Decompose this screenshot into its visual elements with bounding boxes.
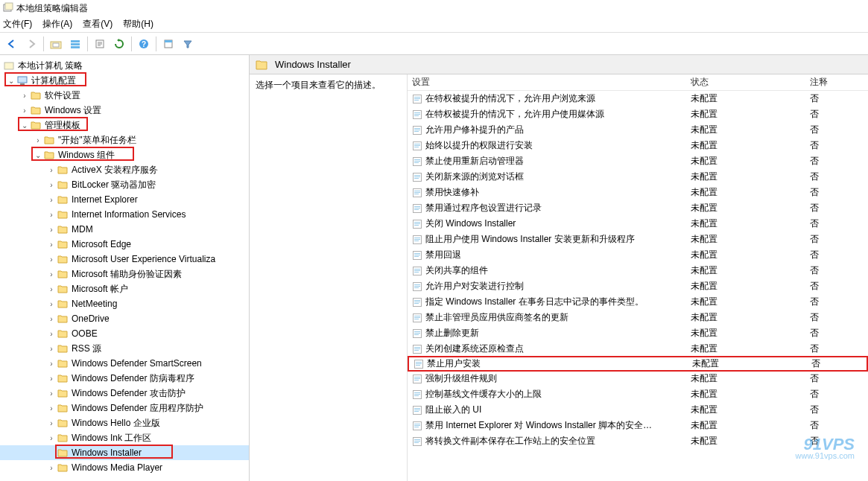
expand-icon[interactable]: › [46, 375, 57, 383]
toolbar-separator [87, 36, 88, 51]
tree-item[interactable]: ›Internet Information Services [0, 207, 249, 222]
list-row[interactable]: 禁用 Internet Explorer 对 Windows Installer… [408, 418, 868, 433]
expand-icon[interactable]: › [46, 255, 57, 264]
list-row[interactable]: 禁止用户安装未配置否 [408, 356, 868, 372]
tree-item[interactable]: ›Microsoft User Experience Virtualiza [0, 252, 249, 267]
expand-icon[interactable]: › [46, 196, 57, 204]
tree-item[interactable]: ›Windows Media Player [0, 460, 249, 475]
list-row[interactable]: 禁止非管理员应用供应商签名的更新未配置否 [408, 310, 868, 325]
list-row[interactable]: 关闭创建系统还原检查点未配置否 [408, 341, 868, 357]
tree-item[interactable]: ›Windows Hello 企业版 [0, 415, 249, 430]
list-row[interactable]: 将转换文件副本保存在工作站上的安全位置未配置否 [408, 433, 868, 449]
tree-item[interactable]: ›Microsoft 辅助身份验证因素 [0, 267, 249, 281]
expand-icon[interactable]: › [19, 92, 30, 100]
tree-item[interactable]: ›BitLocker 驱动器加密 [0, 177, 249, 192]
tree-item[interactable]: ›Windows Defender SmartScreen [0, 356, 249, 371]
list-row[interactable]: 指定 Windows Installer 在事务日志中记录的事件类型。未配置否 [408, 294, 868, 310]
expand-icon[interactable]: › [46, 270, 57, 278]
tree-item[interactable]: ›MDM [0, 222, 249, 237]
collapse-icon[interactable]: ⌄ [33, 151, 43, 159]
list-row[interactable]: 禁止删除更新未配置否 [408, 325, 868, 341]
up-button[interactable] [47, 35, 65, 53]
expand-icon[interactable]: › [46, 360, 57, 368]
refresh-button[interactable] [110, 35, 128, 53]
tree-item[interactable]: ›Microsoft Edge [0, 237, 249, 252]
expand-icon[interactable]: › [19, 106, 30, 115]
svg-rect-25 [414, 130, 420, 130]
list-button[interactable] [66, 35, 84, 53]
tree-item[interactable]: ›NetMeeting [0, 296, 249, 311]
list-row[interactable]: 允许用户对安装进行控制未配置否 [408, 278, 868, 294]
tree-item[interactable]: ›Windows Defender 攻击防护 [0, 386, 249, 401]
col-setting-header[interactable]: 设置 [408, 76, 691, 89]
expand-icon[interactable]: › [46, 241, 57, 249]
expand-icon[interactable]: › [46, 315, 57, 323]
forward-button[interactable] [22, 35, 40, 53]
setting-state: 未配置 [691, 372, 810, 385]
help-button[interactable]: ? [135, 35, 153, 53]
setting-comment: 否 [810, 388, 855, 401]
list-row[interactable]: 关闭共享的组件未配置否 [408, 263, 868, 278]
tree-item[interactable]: ›OOBE [0, 326, 249, 341]
list-row[interactable]: 强制升级组件规则未配置否 [408, 371, 868, 386]
expand-icon[interactable]: › [46, 345, 57, 353]
list-row[interactable]: 阻止用户使用 Windows Installer 安装更新和升级程序未配置否 [408, 232, 868, 247]
list-row[interactable]: 禁用快速修补未配置否 [408, 185, 868, 200]
tree-start-menu[interactable]: › "开始"菜单和任务栏 [0, 133, 249, 147]
list-row[interactable]: 允许用户修补提升的产品未配置否 [408, 122, 868, 138]
tree-root[interactable]: 本地计算机 策略 [0, 58, 249, 73]
list-row[interactable]: 在特权被提升的情况下，允许用户使用媒体源未配置否 [408, 106, 868, 122]
export-button[interactable] [91, 35, 109, 53]
expand-icon[interactable]: › [46, 404, 57, 412]
menu-action[interactable]: 操作(A) [42, 18, 72, 31]
settings-list[interactable]: 设置 状态 注释 在特权被提升的情况下，允许用户浏览来源未配置否在特权被提升的情… [408, 74, 868, 481]
expand-icon[interactable]: › [46, 389, 57, 398]
tree-item[interactable]: ›Windows Defender 应用程序防护 [0, 401, 249, 415]
expand-icon[interactable]: › [46, 211, 57, 219]
setting-label: 禁用 Internet Explorer 对 Windows Installer… [425, 419, 652, 432]
collapse-icon[interactable]: ⌄ [19, 121, 30, 130]
expand-icon[interactable]: › [33, 136, 43, 144]
list-row[interactable]: 始终以提升的权限进行安装未配置否 [408, 138, 868, 153]
properties-button[interactable] [159, 35, 177, 53]
list-row[interactable]: 禁用通过程序包设置进行记录未配置否 [408, 200, 868, 216]
tree-windows-settings[interactable]: › Windows 设置 [0, 103, 249, 118]
list-row[interactable]: 控制基线文件缓存大小的上限未配置否 [408, 386, 868, 402]
tree-item[interactable]: ›OneDrive [0, 311, 249, 326]
tree-item[interactable]: ›Windows Ink 工作区 [0, 430, 249, 445]
filter-button[interactable] [179, 35, 197, 53]
tree-item[interactable]: ›Windows Defender 防病毒程序 [0, 371, 249, 386]
tree-item[interactable]: Windows Installer [0, 445, 249, 460]
tree-admin-templates[interactable]: ⌄ 管理模板 [0, 118, 249, 133]
tree-item[interactable]: ›ActiveX 安装程序服务 [0, 162, 249, 177]
menu-file[interactable]: 文件(F) [3, 18, 32, 31]
expand-icon[interactable]: › [46, 166, 57, 174]
tree-computer-config[interactable]: ⌄ 计算机配置 [0, 73, 249, 88]
back-button[interactable] [3, 35, 21, 53]
tree-windows-components[interactable]: ⌄ Windows 组件 [0, 147, 249, 162]
list-row[interactable]: 关闭 Windows Installer未配置否 [408, 216, 868, 232]
col-state-header[interactable]: 状态 [691, 76, 810, 89]
expand-icon[interactable]: › [46, 330, 57, 338]
expand-icon[interactable]: › [46, 285, 57, 293]
list-row[interactable]: 禁止使用重新启动管理器未配置否 [408, 153, 868, 169]
expand-icon[interactable]: › [46, 434, 57, 442]
list-row[interactable]: 关闭新来源的浏览对话框未配置否 [408, 169, 868, 185]
menu-help[interactable]: 帮助(H) [123, 18, 153, 31]
col-comment-header[interactable]: 注释 [810, 76, 855, 89]
list-row[interactable]: 阻止嵌入的 UI未配置否 [408, 402, 868, 418]
expand-icon[interactable]: › [46, 300, 57, 308]
tree-software-settings[interactable]: › 软件设置 [0, 88, 249, 103]
list-row[interactable]: 在特权被提升的情况下，允许用户浏览来源未配置否 [408, 91, 868, 106]
collapse-icon[interactable]: ⌄ [6, 77, 16, 85]
list-row[interactable]: 禁用回退未配置否 [408, 247, 868, 263]
expand-icon[interactable]: › [46, 419, 57, 427]
menu-view[interactable]: 查看(V) [83, 18, 113, 31]
expand-icon[interactable]: › [46, 464, 57, 472]
tree-item[interactable]: ›Microsoft 帐户 [0, 281, 249, 296]
tree-item[interactable]: ›RSS 源 [0, 341, 249, 356]
tree-pane[interactable]: 本地计算机 策略 ⌄ 计算机配置 › 软件设置 › Windows 设置 ⌄ 管… [0, 55, 250, 481]
tree-item[interactable]: ›Internet Explorer [0, 192, 249, 207]
expand-icon[interactable]: › [46, 181, 57, 189]
expand-icon[interactable]: › [46, 226, 57, 234]
